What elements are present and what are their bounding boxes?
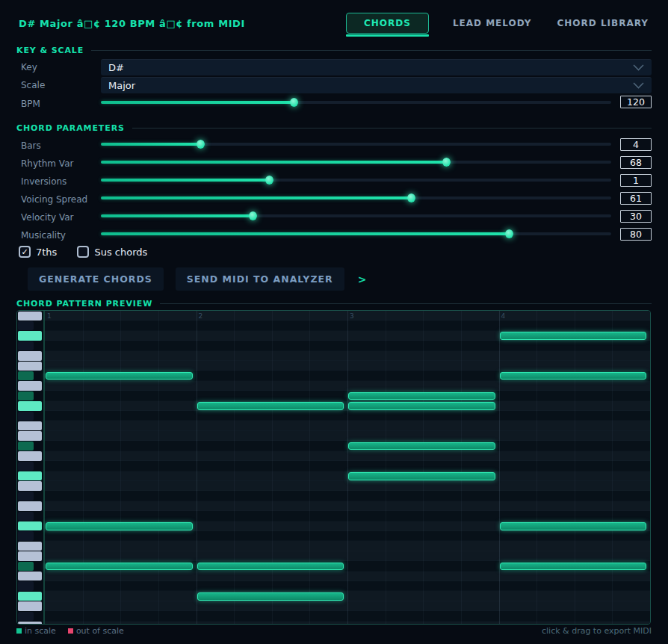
- bar-number: 1: [47, 312, 52, 320]
- piano-key-b2: [18, 601, 42, 610]
- send-midi-to-analyzer-button[interactable]: SEND MIDI TO ANALYZER: [176, 267, 344, 291]
- checkbox-sus-chords[interactable]: Sus chords: [77, 246, 147, 258]
- chord-note-g3[interactable]: [500, 522, 647, 530]
- checkbox-7ths[interactable]: ✓7ths: [19, 246, 57, 258]
- piano-keyboard: [17, 311, 43, 624]
- action-buttons: GENERATE CHORDS SEND MIDI TO ANALYZER >: [28, 267, 366, 291]
- section-rule: [91, 50, 652, 51]
- bar-number: 3: [350, 312, 354, 320]
- chord-note-c4[interactable]: [348, 472, 495, 480]
- piano-key-g4: [18, 401, 42, 410]
- slider-thumb[interactable]: [249, 211, 257, 220]
- key-row: [17, 461, 43, 471]
- key-row: [17, 491, 43, 501]
- chord-note-g4[interactable]: [348, 402, 495, 409]
- slider-thumb[interactable]: [197, 140, 205, 149]
- slider-thumb[interactable]: [265, 176, 273, 185]
- chord-note-d5[interactable]: [500, 332, 647, 339]
- piano-roll-grid[interactable]: 1234: [43, 311, 650, 624]
- generate-chords-button[interactable]: GENERATE CHORDS: [28, 267, 164, 291]
- piano-key-d4: [18, 451, 42, 460]
- key-select[interactable]: D#: [101, 59, 652, 75]
- param-slider-musicality[interactable]: [101, 228, 611, 240]
- piano-key-d3: [18, 572, 42, 580]
- param-slider-bars[interactable]: [101, 138, 611, 150]
- param-label: Velocity Var: [21, 212, 73, 223]
- param-slider-inversions[interactable]: [101, 174, 611, 186]
- chord-note-as4[interactable]: [500, 372, 647, 380]
- key-row: [17, 371, 43, 380]
- beat-line: [120, 311, 121, 624]
- chord-note-g3[interactable]: [46, 522, 193, 530]
- param-slider-rhythm-var[interactable]: [101, 156, 611, 168]
- piano-key-as3: [18, 492, 34, 501]
- checkbox-unchecked-icon[interactable]: [77, 246, 89, 258]
- key-row: [17, 451, 43, 461]
- bpm-slider-thumb[interactable]: [290, 98, 298, 107]
- chord-note-as4[interactable]: [46, 372, 193, 380]
- piano-key-a3: [18, 501, 42, 510]
- piano-key-as4: [18, 371, 34, 380]
- key-row: [17, 471, 43, 481]
- key-row: [17, 622, 43, 625]
- section-rule: [132, 128, 652, 129]
- in-scale-swatch-icon: [16, 628, 22, 634]
- chord-note-g4[interactable]: [197, 402, 344, 409]
- tab-chord-library[interactable]: CHORD LIBRARY: [556, 13, 651, 34]
- chord-note-c3[interactable]: [197, 592, 344, 600]
- section-title-key-scale: KEY & SCALE: [16, 46, 84, 55]
- key-row: [17, 581, 43, 591]
- key-row: [17, 381, 43, 391]
- checkbox-checked-icon[interactable]: ✓: [19, 246, 31, 258]
- param-slider-voicing-spread[interactable]: [101, 192, 611, 204]
- param-value-field[interactable]: 4: [620, 138, 652, 151]
- chord-note-gs4[interactable]: [348, 392, 495, 400]
- param-label: Bars: [21, 140, 41, 151]
- piano-key-f4: [18, 421, 42, 430]
- param-slider-velocity-var[interactable]: [101, 210, 611, 222]
- param-value-field[interactable]: 30: [620, 210, 652, 223]
- piano-key-ds5: [18, 321, 34, 330]
- slider-fill: [101, 179, 269, 182]
- key-row: [17, 441, 43, 451]
- checkbox-label: Sus chords: [94, 247, 147, 258]
- bpm-slider[interactable]: [101, 96, 611, 108]
- legend-out-of-scale: out of scale: [68, 626, 124, 636]
- app-status-title: D# Major â□¢ 120 BPM â□¢ from MIDI: [19, 18, 245, 29]
- beat-line: [575, 311, 575, 624]
- beat-line: [386, 311, 386, 624]
- tab-chords[interactable]: CHORDS: [346, 13, 429, 34]
- piano-key-cs4: [18, 462, 34, 471]
- piano-key-b4: [18, 362, 42, 371]
- piano-key-e5: [18, 312, 42, 321]
- beat-line: [234, 311, 235, 624]
- slider-thumb[interactable]: [407, 193, 415, 202]
- param-value-field[interactable]: 68: [620, 156, 652, 169]
- chord-note-ds3[interactable]: [197, 563, 344, 570]
- bpm-slider-fill: [101, 101, 294, 104]
- piano-key-a4: [18, 381, 42, 390]
- scale-label: Scale: [21, 80, 45, 90]
- chord-note-ds3[interactable]: [500, 563, 647, 570]
- key-row: [17, 481, 43, 491]
- param-value-field[interactable]: 61: [620, 192, 652, 205]
- slider-fill: [101, 161, 446, 164]
- send-arrow-icon[interactable]: >: [358, 273, 367, 285]
- chord-note-ds4[interactable]: [348, 442, 495, 450]
- beat-line: [83, 311, 84, 624]
- param-value-field[interactable]: 1: [620, 174, 652, 187]
- key-row: [17, 401, 43, 411]
- tab-lead-melody[interactable]: LEAD MELODY: [451, 13, 534, 34]
- key-row: [17, 391, 43, 400]
- chord-note-ds3[interactable]: [46, 563, 193, 570]
- param-value-field[interactable]: 80: [620, 228, 652, 241]
- piano-key-c5: [18, 351, 42, 360]
- slider-thumb[interactable]: [442, 158, 451, 167]
- bpm-value-field[interactable]: 120: [620, 96, 652, 108]
- key-row: [17, 361, 43, 371]
- scale-select[interactable]: Major: [101, 77, 652, 93]
- slider-thumb[interactable]: [505, 229, 513, 238]
- piano-key-c3: [18, 592, 42, 601]
- out-of-scale-swatch-icon: [68, 628, 73, 634]
- section-chord-parameters: CHORD PARAMETERS: [16, 123, 652, 133]
